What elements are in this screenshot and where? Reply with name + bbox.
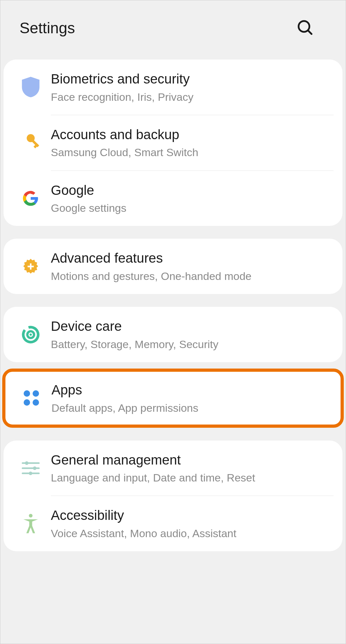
accessibility-icon <box>13 513 48 534</box>
item-subtitle: Battery, Storage, Memory, Security <box>51 337 330 351</box>
item-subtitle: Google settings <box>51 201 330 215</box>
item-subtitle: Default apps, App permissions <box>51 401 328 415</box>
google-icon <box>13 189 48 207</box>
item-subtitle: Language and input, Date and time, Reset <box>51 471 330 485</box>
settings-item-advanced[interactable]: Advanced features Motions and gestures, … <box>4 239 342 294</box>
search-icon <box>296 32 314 37</box>
apps-icon <box>14 390 49 406</box>
item-title: Accessibility <box>51 507 330 524</box>
settings-item-accounts[interactable]: Accounts and backup Samsung Cloud, Smart… <box>4 115 342 171</box>
item-text: General management Language and input, D… <box>48 451 330 485</box>
item-subtitle: Face recognition, Iris, Privacy <box>51 90 330 104</box>
item-text: Accessibility Voice Assistant, Mono audi… <box>48 507 330 540</box>
item-subtitle: Voice Assistant, Mono audio, Assistant <box>51 526 330 540</box>
settings-item-accessibility[interactable]: Accessibility Voice Assistant, Mono audi… <box>4 496 342 551</box>
item-title: Accounts and backup <box>51 126 330 144</box>
settings-group: Biometrics and security Face recognition… <box>4 60 342 226</box>
item-title: Device care <box>51 318 330 335</box>
page-title: Settings <box>20 19 75 37</box>
item-title: General management <box>51 451 330 469</box>
settings-item-apps[interactable]: Apps Default apps, App permissions <box>5 372 341 425</box>
item-text: Google Google settings <box>48 182 330 215</box>
search-button[interactable] <box>293 16 317 40</box>
settings-group: General management Language and input, D… <box>4 441 342 552</box>
item-title: Apps <box>51 381 328 399</box>
settings-item-google[interactable]: Google Google settings <box>4 171 342 226</box>
settings-item-biometrics[interactable]: Biometrics and security Face recognition… <box>4 60 342 115</box>
settings-item-general[interactable]: General management Language and input, D… <box>4 441 342 496</box>
settings-group: Advanced features Motions and gestures, … <box>4 239 342 294</box>
item-text: Accounts and backup Samsung Cloud, Smart… <box>48 126 330 160</box>
settings-header: Settings <box>0 0 346 60</box>
device-care-icon <box>13 326 48 344</box>
gear-plus-icon <box>13 257 48 276</box>
svg-rect-6 <box>28 266 34 267</box>
item-subtitle: Motions and gestures, One-handed mode <box>51 269 330 283</box>
item-title: Google <box>51 182 330 199</box>
key-icon <box>13 133 48 152</box>
item-text: Advanced features Motions and gestures, … <box>48 250 330 283</box>
settings-group: Device care Battery, Storage, Memory, Se… <box>4 307 342 362</box>
svg-line-1 <box>308 30 311 34</box>
item-subtitle: Samsung Cloud, Smart Switch <box>51 145 330 159</box>
svg-point-9 <box>30 333 32 336</box>
item-title: Biometrics and security <box>51 70 330 88</box>
item-title: Advanced features <box>51 250 330 267</box>
item-text: Biometrics and security Face recognition… <box>48 70 330 104</box>
shield-icon <box>13 77 48 97</box>
settings-item-device-care[interactable]: Device care Battery, Storage, Memory, Se… <box>4 307 342 362</box>
svg-point-10 <box>29 514 32 517</box>
sliders-icon <box>13 460 48 476</box>
item-text: Device care Battery, Storage, Memory, Se… <box>48 318 330 351</box>
settings-item-apps-highlighted: Apps Default apps, App permissions <box>2 369 344 428</box>
item-text: Apps Default apps, App permissions <box>49 381 328 415</box>
